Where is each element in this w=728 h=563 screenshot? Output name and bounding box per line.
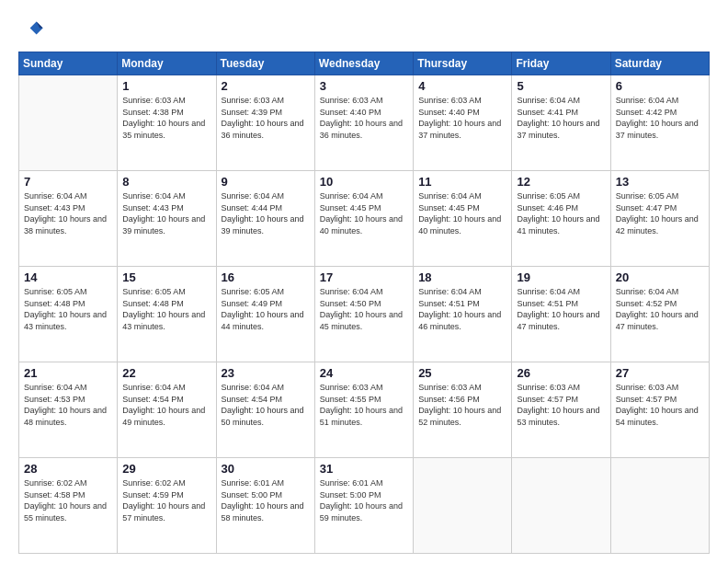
day-number: 10	[320, 175, 408, 189]
day-number: 19	[517, 270, 605, 284]
calendar-cell: 2Sunrise: 6:03 AMSunset: 4:39 PMDaylight…	[216, 75, 314, 171]
day-info: Sunrise: 6:03 AMSunset: 4:57 PMDaylight:…	[517, 382, 605, 428]
day-info: Sunrise: 6:05 AMSunset: 4:49 PMDaylight:…	[222, 286, 310, 332]
day-info: Sunrise: 6:04 AMSunset: 4:51 PMDaylight:…	[418, 286, 506, 332]
day-info: Sunrise: 6:01 AMSunset: 5:00 PMDaylight:…	[222, 477, 310, 523]
calendar-cell	[414, 458, 512, 554]
day-info: Sunrise: 6:04 AMSunset: 4:44 PMDaylight:…	[222, 190, 310, 236]
day-info: Sunrise: 6:03 AMSunset: 4:57 PMDaylight:…	[616, 382, 704, 428]
header-day-friday: Friday	[512, 52, 610, 75]
calendar-cell: 14Sunrise: 6:05 AMSunset: 4:48 PMDayligh…	[19, 267, 118, 362]
header-row: SundayMondayTuesdayWednesdayThursdayFrid…	[19, 52, 710, 75]
calendar-cell: 19Sunrise: 6:04 AMSunset: 4:51 PMDayligh…	[512, 267, 610, 362]
day-info: Sunrise: 6:03 AMSunset: 4:40 PMDaylight:…	[418, 95, 506, 141]
day-info: Sunrise: 6:04 AMSunset: 4:51 PMDaylight:…	[517, 286, 605, 332]
day-number: 3	[320, 79, 408, 93]
day-info: Sunrise: 6:03 AMSunset: 4:39 PMDaylight:…	[222, 95, 310, 141]
calendar-cell: 31Sunrise: 6:01 AMSunset: 5:00 PMDayligh…	[314, 458, 413, 554]
week-row-4: 28Sunrise: 6:02 AMSunset: 4:58 PMDayligh…	[19, 458, 710, 554]
calendar-cell: 10Sunrise: 6:04 AMSunset: 4:45 PMDayligh…	[314, 171, 413, 267]
day-number: 21	[24, 366, 112, 380]
header	[18, 17, 710, 42]
calendar-cell: 23Sunrise: 6:04 AMSunset: 4:54 PMDayligh…	[216, 362, 314, 458]
day-number: 16	[222, 270, 310, 284]
day-number: 13	[616, 175, 704, 189]
calendar-cell: 11Sunrise: 6:04 AMSunset: 4:45 PMDayligh…	[414, 171, 512, 267]
header-day-monday: Monday	[118, 52, 216, 75]
logo	[18, 17, 48, 42]
calendar-cell: 4Sunrise: 6:03 AMSunset: 4:40 PMDaylight…	[414, 75, 512, 171]
day-info: Sunrise: 6:05 AMSunset: 4:48 PMDaylight:…	[122, 286, 210, 332]
day-info: Sunrise: 6:03 AMSunset: 4:38 PMDaylight:…	[122, 95, 210, 141]
logo-icon	[18, 17, 44, 42]
day-info: Sunrise: 6:04 AMSunset: 4:53 PMDaylight:…	[24, 382, 112, 428]
day-number: 25	[418, 366, 506, 380]
day-info: Sunrise: 6:01 AMSunset: 5:00 PMDaylight:…	[320, 477, 408, 523]
calendar-cell: 6Sunrise: 6:04 AMSunset: 4:42 PMDaylight…	[610, 75, 709, 171]
day-info: Sunrise: 6:03 AMSunset: 4:55 PMDaylight:…	[320, 382, 408, 428]
day-info: Sunrise: 6:02 AMSunset: 4:59 PMDaylight:…	[122, 477, 210, 523]
day-info: Sunrise: 6:03 AMSunset: 4:56 PMDaylight:…	[418, 382, 506, 428]
header-day-tuesday: Tuesday	[216, 52, 314, 75]
day-number: 14	[24, 270, 112, 284]
calendar-cell: 7Sunrise: 6:04 AMSunset: 4:43 PMDaylight…	[19, 171, 118, 267]
calendar-cell: 20Sunrise: 6:04 AMSunset: 4:52 PMDayligh…	[610, 267, 709, 362]
calendar-cell: 15Sunrise: 6:05 AMSunset: 4:48 PMDayligh…	[118, 267, 216, 362]
week-row-2: 14Sunrise: 6:05 AMSunset: 4:48 PMDayligh…	[19, 267, 710, 362]
day-number: 23	[222, 366, 310, 380]
calendar-cell: 29Sunrise: 6:02 AMSunset: 4:59 PMDayligh…	[118, 458, 216, 554]
day-info: Sunrise: 6:05 AMSunset: 4:48 PMDaylight:…	[24, 286, 112, 332]
day-number: 20	[616, 270, 704, 284]
calendar-cell: 8Sunrise: 6:04 AMSunset: 4:43 PMDaylight…	[118, 171, 216, 267]
day-number: 17	[320, 270, 408, 284]
calendar-cell	[512, 458, 610, 554]
day-info: Sunrise: 6:04 AMSunset: 4:45 PMDaylight:…	[320, 190, 408, 236]
header-day-saturday: Saturday	[610, 52, 709, 75]
day-number: 30	[222, 462, 310, 476]
calendar-cell: 13Sunrise: 6:05 AMSunset: 4:47 PMDayligh…	[610, 171, 709, 267]
calendar-cell: 5Sunrise: 6:04 AMSunset: 4:41 PMDaylight…	[512, 75, 610, 171]
calendar-cell: 26Sunrise: 6:03 AMSunset: 4:57 PMDayligh…	[512, 362, 610, 458]
day-number: 22	[122, 366, 210, 380]
calendar-cell: 1Sunrise: 6:03 AMSunset: 4:38 PMDaylight…	[118, 75, 216, 171]
day-info: Sunrise: 6:04 AMSunset: 4:50 PMDaylight:…	[320, 286, 408, 332]
day-number: 11	[418, 175, 506, 189]
day-number: 31	[320, 462, 408, 476]
calendar-cell: 25Sunrise: 6:03 AMSunset: 4:56 PMDayligh…	[414, 362, 512, 458]
calendar-cell: 24Sunrise: 6:03 AMSunset: 4:55 PMDayligh…	[314, 362, 413, 458]
calendar-cell: 27Sunrise: 6:03 AMSunset: 4:57 PMDayligh…	[610, 362, 709, 458]
day-number: 24	[320, 366, 408, 380]
day-info: Sunrise: 6:04 AMSunset: 4:52 PMDaylight:…	[616, 286, 704, 332]
day-number: 7	[24, 175, 112, 189]
calendar-cell: 30Sunrise: 6:01 AMSunset: 5:00 PMDayligh…	[216, 458, 314, 554]
calendar-cell: 16Sunrise: 6:05 AMSunset: 4:49 PMDayligh…	[216, 267, 314, 362]
calendar-body: 1Sunrise: 6:03 AMSunset: 4:38 PMDaylight…	[19, 75, 710, 554]
day-number: 6	[616, 79, 704, 93]
day-number: 27	[616, 366, 704, 380]
header-day-sunday: Sunday	[19, 52, 118, 75]
calendar-table: SundayMondayTuesdayWednesdayThursdayFrid…	[18, 52, 710, 554]
calendar-cell	[610, 458, 709, 554]
day-number: 5	[517, 79, 605, 93]
day-info: Sunrise: 6:05 AMSunset: 4:46 PMDaylight:…	[517, 190, 605, 236]
day-info: Sunrise: 6:04 AMSunset: 4:54 PMDaylight:…	[122, 382, 210, 428]
day-number: 4	[418, 79, 506, 93]
calendar-cell: 21Sunrise: 6:04 AMSunset: 4:53 PMDayligh…	[19, 362, 118, 458]
day-info: Sunrise: 6:04 AMSunset: 4:43 PMDaylight:…	[24, 190, 112, 236]
week-row-1: 7Sunrise: 6:04 AMSunset: 4:43 PMDaylight…	[19, 171, 710, 267]
day-number: 28	[24, 462, 112, 476]
header-day-wednesday: Wednesday	[314, 52, 413, 75]
day-info: Sunrise: 6:04 AMSunset: 4:41 PMDaylight:…	[517, 95, 605, 141]
day-number: 18	[418, 270, 506, 284]
day-number: 29	[122, 462, 210, 476]
calendar-cell: 18Sunrise: 6:04 AMSunset: 4:51 PMDayligh…	[414, 267, 512, 362]
header-day-thursday: Thursday	[414, 52, 512, 75]
day-info: Sunrise: 6:04 AMSunset: 4:42 PMDaylight:…	[616, 95, 704, 141]
calendar-cell	[19, 75, 118, 171]
calendar-cell: 28Sunrise: 6:02 AMSunset: 4:58 PMDayligh…	[19, 458, 118, 554]
day-info: Sunrise: 6:04 AMSunset: 4:54 PMDaylight:…	[222, 382, 310, 428]
page: SundayMondayTuesdayWednesdayThursdayFrid…	[0, 0, 728, 563]
day-info: Sunrise: 6:05 AMSunset: 4:47 PMDaylight:…	[616, 190, 704, 236]
day-info: Sunrise: 6:04 AMSunset: 4:45 PMDaylight:…	[418, 190, 506, 236]
day-number: 2	[222, 79, 310, 93]
